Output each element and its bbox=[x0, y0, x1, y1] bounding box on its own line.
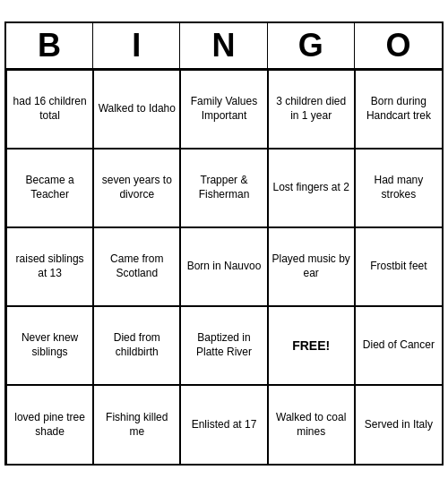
bingo-cell-18[interactable]: FREE! bbox=[268, 306, 355, 385]
bingo-cell-23[interactable]: Walked to coal mines bbox=[268, 385, 355, 464]
header-letter-b: B bbox=[6, 23, 93, 68]
bingo-cell-3[interactable]: 3 children died in 1 year bbox=[268, 70, 355, 149]
bingo-cell-19[interactable]: Died of Cancer bbox=[355, 306, 442, 385]
header-letter-n: N bbox=[180, 23, 267, 68]
bingo-cell-12[interactable]: Born in Nauvoo bbox=[180, 227, 267, 306]
bingo-cell-10[interactable]: raised siblings at 13 bbox=[6, 227, 93, 306]
bingo-cell-17[interactable]: Baptized in Platte River bbox=[180, 306, 267, 385]
bingo-cell-9[interactable]: Had many strokes bbox=[355, 149, 442, 227]
bingo-cell-0[interactable]: had 16 children total bbox=[6, 70, 93, 149]
bingo-cell-20[interactable]: loved pine tree shade bbox=[6, 385, 93, 464]
bingo-grid: had 16 children totalWalked to IdahoFami… bbox=[6, 70, 442, 464]
bingo-cell-11[interactable]: Came from Scotland bbox=[93, 227, 180, 306]
bingo-cell-6[interactable]: seven years to divorce bbox=[93, 149, 180, 227]
bingo-cell-15[interactable]: Never knew siblings bbox=[6, 306, 93, 385]
header-letter-o: O bbox=[355, 23, 442, 68]
header-letter-g: G bbox=[268, 23, 355, 68]
bingo-cell-4[interactable]: Born during Handcart trek bbox=[355, 70, 442, 149]
bingo-cell-13[interactable]: Played music by ear bbox=[268, 227, 355, 306]
bingo-card: BINGO had 16 children totalWalked to Ida… bbox=[4, 21, 444, 466]
bingo-header: BINGO bbox=[6, 23, 442, 70]
bingo-cell-16[interactable]: Died from childbirth bbox=[93, 306, 180, 385]
bingo-cell-2[interactable]: Family Values Important bbox=[180, 70, 267, 149]
bingo-cell-5[interactable]: Became a Teacher bbox=[6, 149, 93, 227]
bingo-cell-22[interactable]: Enlisted at 17 bbox=[180, 385, 267, 464]
bingo-cell-7[interactable]: Trapper & Fisherman bbox=[180, 149, 267, 227]
bingo-cell-8[interactable]: Lost fingers at 2 bbox=[268, 149, 355, 227]
bingo-cell-21[interactable]: Fishing killed me bbox=[93, 385, 180, 464]
bingo-cell-24[interactable]: Served in Italy bbox=[355, 385, 442, 464]
bingo-cell-1[interactable]: Walked to Idaho bbox=[93, 70, 180, 149]
header-letter-i: I bbox=[93, 23, 180, 68]
bingo-cell-14[interactable]: Frostbit feet bbox=[355, 227, 442, 306]
